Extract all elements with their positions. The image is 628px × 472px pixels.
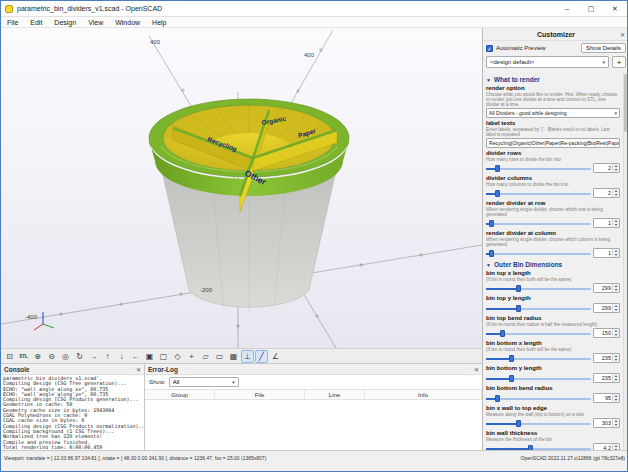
slider-handle[interactable] [516, 285, 521, 292]
param-spinbox[interactable]: 2▲▼ [593, 163, 620, 173]
slider-handle[interactable] [495, 395, 500, 402]
add-preset-button[interactable]: + [612, 56, 626, 68]
slider-handle[interactable] [500, 330, 505, 337]
view-left-icon[interactable]: ← [129, 350, 142, 363]
param-text-input[interactable]: Recycling|Organic|Other|Paper|Re-packing… [486, 138, 620, 148]
column-header-line[interactable]: Line [305, 390, 365, 399]
spin-down-icon[interactable]: ▼ [613, 223, 619, 227]
customizer-close-icon[interactable]: ✕ [620, 31, 625, 38]
spin-down-icon[interactable]: ▼ [613, 253, 619, 257]
scrollbar-thumb[interactable] [624, 74, 628, 132]
slider-handle[interactable] [509, 375, 514, 382]
slider-handle[interactable] [495, 165, 500, 172]
spin-down-icon[interactable]: ▼ [613, 168, 619, 172]
slider-handle[interactable] [489, 220, 494, 227]
viewport-3d[interactable]: OrganicRecyclingPaperOther 400400-200-40… [1, 28, 482, 348]
customizer-parameter-list[interactable]: ▼What to renderrender optionChoose what … [483, 72, 623, 450]
automatic-preview-checkbox[interactable]: ✓ [486, 45, 493, 52]
spin-down-icon[interactable]: ▼ [613, 358, 619, 362]
show-axes-icon[interactable]: ⊥ [241, 350, 254, 363]
param-slider[interactable] [486, 329, 591, 338]
slider-handle[interactable] [495, 190, 500, 197]
menu-edit[interactable]: Edit [24, 17, 48, 28]
view-top-icon[interactable]: ↑ [101, 350, 114, 363]
menu-help[interactable]: Help [146, 17, 172, 28]
param-spinbox[interactable]: 2▲▼ [593, 188, 620, 198]
param-spinbox[interactable]: 1▲▼ [593, 218, 620, 228]
param-slider[interactable] [486, 219, 591, 228]
param-description: When rendering single divider, choose wh… [486, 237, 620, 247]
param-dropdown[interactable]: All Dividers - good while designing▾ [486, 108, 620, 118]
slider-handle[interactable] [509, 355, 514, 362]
column-header-info[interactable]: Info [365, 390, 482, 399]
view-center-icon[interactable]: + [185, 350, 198, 363]
menu-file[interactable]: File [1, 17, 24, 28]
param-spinbox[interactable]: 150▲▼ [593, 328, 620, 338]
show-edges-icon[interactable]: ▦ [227, 350, 240, 363]
slider-handle[interactable] [516, 305, 521, 312]
zoom-out-icon[interactable]: ⊖ [45, 350, 58, 363]
param-spinbox[interactable]: 1▲▼ [593, 248, 620, 258]
customizer-section[interactable]: ▼What to render [486, 76, 620, 83]
view-right-icon[interactable]: → [87, 350, 100, 363]
param-slider[interactable] [486, 249, 591, 258]
view-front-icon[interactable]: ▣ [143, 350, 156, 363]
view-back-icon[interactable]: ▢ [157, 350, 170, 363]
param-spinbox[interactable]: 299▲▼ [593, 283, 620, 293]
show-details-button[interactable]: Show Details [581, 43, 626, 53]
param-slider[interactable] [486, 374, 591, 383]
spin-down-icon[interactable]: ▼ [613, 308, 619, 312]
param-spinbox[interactable]: 303▲▼ [593, 418, 620, 428]
statusbar: Viewport: translate = [ 12.03 86.97 104.… [1, 450, 628, 472]
spin-down-icon[interactable]: ▼ [613, 333, 619, 337]
minimize-button[interactable]: – [555, 1, 579, 16]
console-close-icon[interactable]: ✕ [136, 366, 141, 373]
param-slider[interactable] [486, 304, 591, 313]
zoom-all-icon[interactable]: ◎ [59, 350, 72, 363]
param-slider[interactable] [486, 284, 591, 293]
customizer-section[interactable]: ▼Outer Bin Dimensions [486, 261, 620, 268]
orthogonal-icon[interactable]: ▭ [213, 350, 226, 363]
spinbox-value: 2 [594, 164, 612, 172]
perspective-icon[interactable]: ▱ [199, 350, 212, 363]
menu-design[interactable]: Design [48, 17, 82, 28]
param-slider[interactable] [486, 419, 591, 428]
close-button[interactable]: ✕ [603, 1, 627, 16]
param-spinbox[interactable]: 4.2▲▼ [593, 443, 620, 450]
preset-select[interactable]: <design default> ▾ [486, 56, 609, 68]
column-header-file[interactable]: File [215, 390, 305, 399]
spin-down-icon[interactable]: ▼ [613, 193, 619, 197]
measure-angle-icon[interactable]: ∠ [269, 350, 282, 363]
errorlog-close-icon[interactable]: ✕ [474, 366, 479, 373]
spin-down-icon[interactable]: ▼ [613, 423, 619, 427]
param-spinbox[interactable]: 235▲▼ [593, 353, 620, 363]
zoom-in-icon[interactable]: ⊕ [31, 350, 44, 363]
param-spinbox[interactable]: 95▲▼ [593, 393, 620, 403]
view-bottom-icon[interactable]: ↓ [115, 350, 128, 363]
export-stl-button[interactable]: STL [17, 350, 30, 363]
measure-distance-icon[interactable]: ╱ [255, 350, 268, 363]
param-spinbox[interactable]: 299▲▼ [593, 303, 620, 313]
customizer-scrollbar[interactable] [623, 72, 628, 450]
param-slider[interactable] [486, 164, 591, 173]
param-spinbox[interactable]: 235▲▼ [593, 373, 620, 383]
view-diagonal-icon[interactable]: ◇ [171, 350, 184, 363]
spin-down-icon[interactable]: ▼ [613, 398, 619, 402]
show-filter-select[interactable]: All ▾ [169, 377, 239, 387]
menu-window[interactable]: Window [109, 17, 146, 28]
slider-handle[interactable] [489, 250, 494, 257]
param-slider[interactable] [486, 354, 591, 363]
spin-down-icon[interactable]: ▼ [613, 378, 619, 382]
param-slider[interactable] [486, 394, 591, 403]
param-slider[interactable] [486, 189, 591, 198]
column-header-group[interactable]: Group [145, 390, 215, 399]
console-output[interactable]: parametric_bin_dividers_v1.scad'.Compili… [1, 375, 144, 449]
maximize-button[interactable]: ▢ [579, 1, 603, 16]
menu-view[interactable]: View [82, 17, 109, 28]
spin-down-icon[interactable]: ▼ [613, 288, 619, 292]
view-all-icon[interactable]: ⊡ [3, 350, 16, 363]
customizer-preset-row: <design default> ▾ + [483, 55, 628, 69]
reset-view-icon[interactable]: ↻ [73, 350, 86, 363]
param-name: bin top x length [486, 270, 620, 277]
slider-handle[interactable] [516, 420, 521, 427]
